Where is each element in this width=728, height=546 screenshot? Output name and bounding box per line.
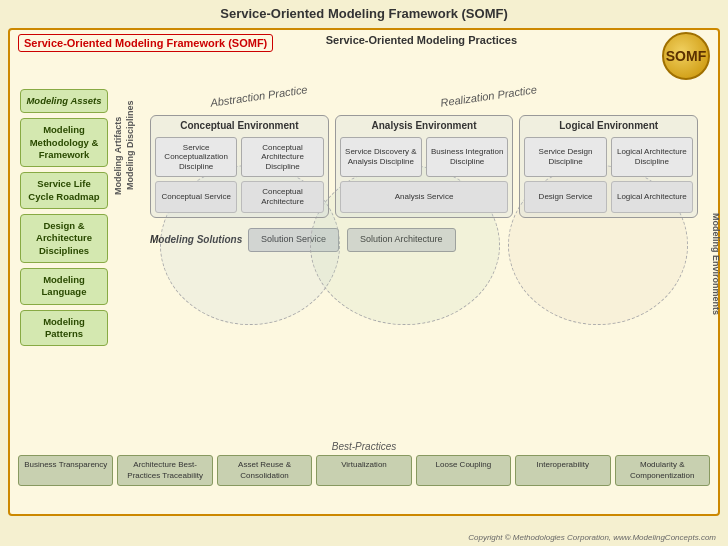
logical-environment: Logical Environment Service Design Disci…	[519, 115, 698, 218]
best-practices-boxes: Business Transparency Architecture Best-…	[18, 455, 710, 486]
logical-disciplines: Service Design Discipline Logical Archit…	[524, 137, 693, 177]
best-practices-label: Best-Practices	[18, 441, 710, 452]
somf-frame-label: Service-Oriented Modeling Framework (SOM…	[18, 34, 273, 52]
analysis-env-title: Analysis Environment	[340, 120, 509, 131]
sidebar-item-design[interactable]: Design & Architecture Disciplines	[20, 214, 108, 263]
logical-discipline-0: Service Design Discipline	[524, 137, 606, 177]
sidebar-item-patterns[interactable]: Modeling Patterns	[20, 310, 108, 347]
conceptual-discipline-0: Service Conceptualization Discipline	[155, 137, 237, 177]
outer-frame: Service-Oriented Modeling Framework (SOM…	[8, 28, 720, 516]
logical-artifacts: Design Service Logical Architecture	[524, 181, 693, 213]
bp-architecture-traceability: Architecture Best-Practices Traceability	[117, 455, 212, 486]
left-sidebar: Modeling Assets Modeling Methodology & F…	[10, 85, 118, 434]
conceptual-artifact-1: Conceptual Architecture	[241, 181, 323, 213]
logical-env-title: Logical Environment	[524, 120, 693, 131]
analysis-environment: Analysis Environment Service Discovery &…	[335, 115, 514, 218]
practices-label: Service-Oriented Modeling Practices	[326, 34, 517, 46]
bp-virtualization: Virtualization	[316, 455, 411, 486]
modeling-disciplines-rotated: Modeling Disciplines	[125, 100, 135, 190]
analysis-disciplines: Service Discovery & Analysis Discipline …	[340, 137, 509, 177]
bp-interoperability: Interoperability	[515, 455, 610, 486]
modeling-environments-rotated: Modeling Environments	[711, 213, 721, 315]
sidebar-item-lifecycle[interactable]: Service Life Cycle Roadmap	[20, 172, 108, 209]
conceptual-environment: Conceptual Environment Service Conceptua…	[150, 115, 329, 218]
logical-artifact-0: Design Service	[524, 181, 606, 213]
analysis-artifacts: Analysis Service	[340, 181, 509, 213]
conceptual-disciplines: Service Conceptualization Discipline Con…	[155, 137, 324, 177]
solution-service: Solution Service	[248, 228, 339, 252]
solution-architecture: Solution Architecture	[347, 228, 456, 252]
modeling-solutions-label: Modeling Solutions	[150, 234, 220, 245]
page-title: Service-Oriented Modeling Framework (SOM…	[0, 0, 728, 25]
environments-row: Conceptual Environment Service Conceptua…	[150, 115, 698, 218]
best-practices-section: Best-Practices Business Transparency Arc…	[18, 441, 710, 486]
logical-artifact-1: Logical Architecture	[611, 181, 693, 213]
logical-discipline-1: Logical Architecture Discipline	[611, 137, 693, 177]
realization-practice-label: Realization Practice	[440, 83, 538, 108]
bp-modularity: Modularity & Componentization	[615, 455, 710, 486]
sidebar-item-language[interactable]: Modeling Language	[20, 268, 108, 305]
solution-boxes: Solution Service Solution Architecture	[248, 228, 456, 252]
abstraction-practice-label: Abstraction Practice	[210, 83, 309, 108]
sidebar-item-methodology[interactable]: Modeling Methodology & Framework	[20, 118, 108, 167]
main-content: Conceptual Environment Service Conceptua…	[150, 115, 698, 424]
somf-logo: SOMF	[662, 32, 710, 80]
analysis-artifact-0: Analysis Service	[340, 181, 509, 213]
sidebar-item-modeling-assets[interactable]: Modeling Assets	[20, 89, 108, 113]
bp-asset-reuse: Asset Reuse & Consolidation	[217, 455, 312, 486]
conceptual-discipline-1: Conceptual Architecture Discipline	[241, 137, 323, 177]
modeling-artifacts-rotated: Modeling Artifacts	[113, 117, 123, 195]
analysis-discipline-1: Business Integration Discipline	[426, 137, 508, 177]
bp-loose-coupling: Loose Coupling	[416, 455, 511, 486]
conceptual-artifact-0: Conceptual Service	[155, 181, 237, 213]
copyright: Copyright © Methodologies Corporation, w…	[468, 533, 716, 542]
modeling-solutions: Modeling Solutions Solution Service Solu…	[150, 228, 698, 252]
bp-business-transparency: Business Transparency	[18, 455, 113, 486]
analysis-discipline-0: Service Discovery & Analysis Discipline	[340, 137, 422, 177]
conceptual-env-title: Conceptual Environment	[155, 120, 324, 131]
conceptual-artifacts: Conceptual Service Conceptual Architectu…	[155, 181, 324, 213]
